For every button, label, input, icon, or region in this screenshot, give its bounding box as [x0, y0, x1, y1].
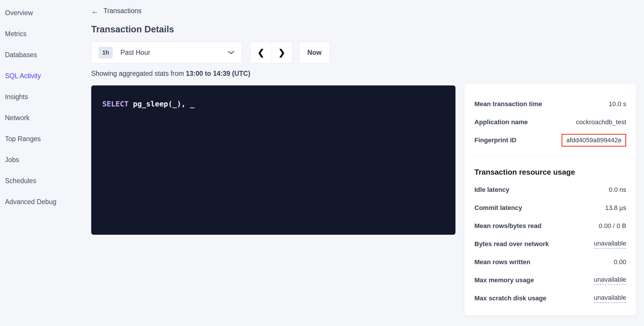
- sidebar-item-schedules[interactable]: Schedules: [5, 170, 91, 191]
- page-title: Transaction Details: [91, 24, 644, 35]
- bytes-read-over-network-row: Bytes read over network unavailable: [474, 235, 626, 253]
- aggregated-stats-caption: Showing aggregated stats from 13:00 to 1…: [91, 70, 644, 78]
- time-range-badge: 1h: [98, 47, 113, 59]
- chevron-right-icon: ❯: [278, 48, 285, 57]
- now-button[interactable]: Now: [299, 42, 330, 63]
- breadcrumb-back-link[interactable]: ← Transactions: [91, 7, 142, 15]
- max-scratch-disk-usage-value[interactable]: unavailable: [594, 294, 626, 303]
- idle-latency-label: Idle latency: [474, 186, 509, 194]
- idle-latency-row: Idle latency 0.0 ns: [474, 181, 626, 199]
- sidebar-item-insights[interactable]: Insights: [5, 86, 91, 107]
- sidebar-item-top-ranges[interactable]: Top Ranges: [5, 128, 91, 149]
- transaction-details-card: Mean transaction time 10.0 s Application…: [464, 83, 636, 316]
- previous-time-range-button[interactable]: ❮: [250, 42, 271, 63]
- bytes-read-over-network-value[interactable]: unavailable: [594, 240, 626, 249]
- chevron-down-icon: [228, 50, 235, 55]
- fingerprint-id-row: Fingerprint ID afdd4059a899442e: [474, 131, 626, 149]
- sidebar-item-jobs[interactable]: Jobs: [5, 149, 91, 170]
- commit-latency-row: Commit latency 13.8 µs: [474, 199, 626, 217]
- sql-statement-rest: pg_sleep(_), _: [129, 100, 194, 108]
- commit-latency-value: 13.8 µs: [605, 204, 626, 212]
- max-memory-usage-value[interactable]: unavailable: [594, 276, 626, 285]
- application-name-row: Application name cockroachdb_test: [474, 113, 626, 131]
- application-name-value: cockroachdb_test: [576, 118, 626, 126]
- fingerprint-id-label: Fingerprint ID: [474, 136, 516, 144]
- sidebar-item-advanced-debug[interactable]: Advanced Debug: [5, 191, 91, 212]
- sql-statement-text: SELECT pg_sleep(_), _: [102, 100, 447, 108]
- time-range-pager: ❮ ❯: [250, 42, 292, 63]
- mean-rows-written-label: Mean rows written: [474, 258, 530, 266]
- next-time-range-button[interactable]: ❯: [271, 42, 292, 63]
- mean-transaction-time-row: Mean transaction time 10.0 s: [474, 95, 626, 113]
- app-window: Overview Metrics Databases SQL Activity …: [0, 0, 644, 326]
- main-content: ← Transactions Transaction Details 1h Pa…: [91, 0, 644, 326]
- chevron-left-icon: ❮: [257, 48, 264, 57]
- commit-latency-label: Commit latency: [474, 204, 522, 212]
- resource-usage-heading: Transaction resource usage: [474, 163, 626, 181]
- sidebar-item-network[interactable]: Network: [5, 107, 91, 128]
- sidebar-item-databases[interactable]: Databases: [5, 44, 91, 65]
- sidebar-nav: Overview Metrics Databases SQL Activity …: [0, 0, 91, 326]
- stats-caption-prefix: Showing aggregated stats from: [91, 70, 186, 77]
- max-scratch-disk-usage-row: Max scratch disk usage unavailable: [474, 289, 626, 307]
- mean-transaction-time-label: Mean transaction time: [474, 100, 542, 108]
- sidebar-item-metrics[interactable]: Metrics: [5, 23, 91, 44]
- time-controls: 1h Past Hour ❮ ❯ Now: [91, 42, 644, 63]
- mean-rows-written-value: 0.00: [614, 258, 626, 266]
- max-scratch-disk-usage-label: Max scratch disk usage: [474, 295, 546, 302]
- application-name-label: Application name: [474, 118, 528, 126]
- sidebar-item-overview[interactable]: Overview: [5, 2, 91, 23]
- mean-rows-bytes-read-value: 0.00 / 0 B: [599, 222, 626, 230]
- fingerprint-id-highlight: afdd4059a899442e: [562, 134, 626, 147]
- mean-transaction-time-value: 10.0 s: [609, 100, 626, 108]
- max-memory-usage-row: Max memory usage unavailable: [474, 271, 626, 289]
- max-memory-usage-label: Max memory usage: [474, 276, 534, 284]
- time-range-selected: Past Hour: [120, 49, 228, 57]
- sql-statement-box: SELECT pg_sleep(_), _: [91, 85, 455, 235]
- idle-latency-value: 0.0 ns: [609, 186, 626, 194]
- time-range-select[interactable]: 1h Past Hour: [91, 42, 242, 63]
- sidebar-item-sql-activity[interactable]: SQL Activity: [5, 65, 91, 86]
- mean-rows-bytes-read-row: Mean rows/bytes read 0.00 / 0 B: [474, 217, 626, 235]
- breadcrumb-label: Transactions: [103, 7, 142, 15]
- sql-keyword: SELECT: [102, 100, 129, 108]
- stats-caption-range: 13:00 to 14:39 (UTC): [186, 70, 250, 77]
- mean-rows-written-row: Mean rows written 0.00: [474, 253, 626, 271]
- card-divider: [474, 155, 626, 156]
- back-arrow-icon: ←: [91, 7, 99, 15]
- bytes-read-over-network-label: Bytes read over network: [474, 240, 549, 248]
- mean-rows-bytes-read-label: Mean rows/bytes read: [474, 222, 541, 230]
- details-content-row: SELECT pg_sleep(_), _ Mean transaction t…: [91, 85, 644, 316]
